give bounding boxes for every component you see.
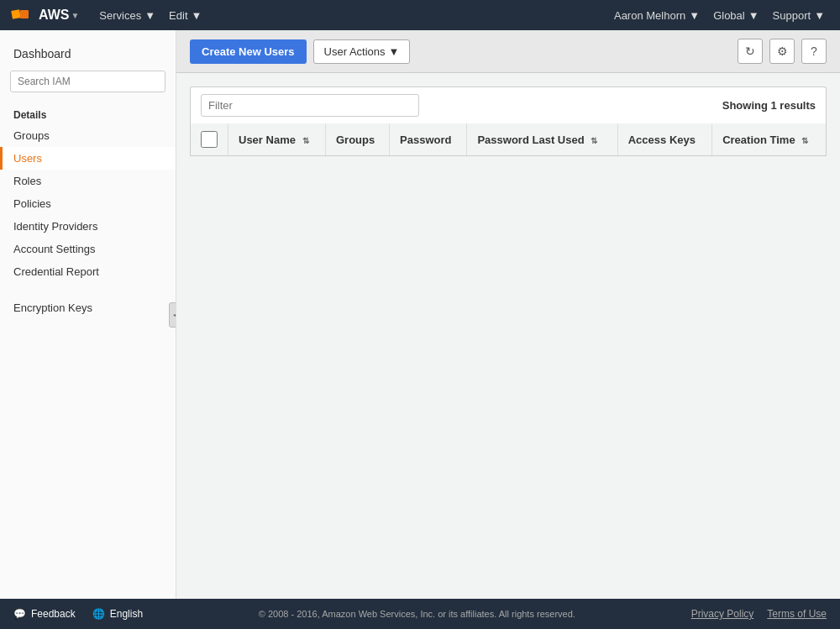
terms-of-use-link[interactable]: Terms of Use [767,608,827,620]
password-last-used-sort-icon: ⇅ [591,136,597,145]
sidebar-item-policies[interactable]: Policies [0,192,176,215]
footer-copyright: © 2008 - 2016, Amazon Web Services, Inc.… [143,609,691,619]
details-section-title: Details [0,102,176,124]
aws-dropdown-arrow[interactable]: ▼ [71,11,79,20]
select-all-header[interactable] [191,123,228,156]
language-selector[interactable]: 🌐 English [92,608,143,620]
username-sort-icon: ⇅ [302,136,309,145]
toolbar: Create New Users User Actions ▼ ↻ ⚙ ? [176,30,840,73]
edit-menu[interactable]: Edit ▼ [162,0,208,30]
col-password-last-used[interactable]: Password Last Used ⇅ [467,123,617,156]
language-icon: 🌐 [92,608,105,620]
sidebar-item-credential-report[interactable]: Credential Report [0,260,176,283]
aws-logo[interactable] [8,3,35,27]
user-menu[interactable]: Aaron Melhorn ▼ [607,0,706,30]
creation-time-sort-icon: ⇅ [801,136,808,145]
col-access-keys: Access Keys [617,123,711,156]
feedback-button[interactable]: 💬 Feedback [13,608,76,620]
feedback-icon: 💬 [13,608,26,620]
privacy-policy-link[interactable]: Privacy Policy [691,608,754,620]
search-iam-container [0,71,176,102]
sidebar-item-dashboard[interactable]: Dashboard [0,40,176,71]
settings-button[interactable]: ⚙ [769,39,795,64]
col-creation-time[interactable]: Creation Time ⇅ [712,123,827,156]
sidebar: Dashboard Details Groups Users Roles Pol… [0,30,176,599]
content-area: Create New Users User Actions ▼ ↻ ⚙ ? Sh… [176,30,840,599]
users-table: User Name ⇅ Groups Password Password Las… [190,123,827,156]
col-password: Password [390,123,467,156]
sidebar-item-users[interactable]: Users [0,147,176,170]
nav-right: Aaron Melhorn ▼ Global ▼ Support ▼ [607,0,832,30]
aws-brand-label[interactable]: AWS [39,8,69,23]
select-all-checkbox[interactable] [201,131,218,148]
sidebar-item-identity-providers[interactable]: Identity Providers [0,215,176,238]
svg-rect-2 [20,10,29,18]
showing-results: Showing 1 results [722,99,816,112]
sidebar-item-roles[interactable]: Roles [0,170,176,192]
sidebar-collapse-button[interactable]: ◀ [169,302,176,328]
filter-input[interactable] [201,94,419,117]
top-navigation: AWS ▼ Services ▼ Edit ▼ Aaron Melhorn ▼ … [0,0,840,30]
create-new-users-button[interactable]: Create New Users [190,39,307,64]
region-menu[interactable]: Global ▼ [706,0,765,30]
sidebar-item-encryption-keys[interactable]: Encryption Keys [0,296,176,319]
refresh-button[interactable]: ↻ [738,39,763,64]
footer-links: Privacy Policy Terms of Use [691,608,827,620]
sidebar-item-account-settings[interactable]: Account Settings [0,238,176,260]
table-header: User Name ⇅ Groups Password Password Las… [191,123,827,156]
support-menu[interactable]: Support ▼ [766,0,832,30]
col-username[interactable]: User Name ⇅ [228,123,326,156]
search-iam-input[interactable] [10,71,165,92]
help-button[interactable]: ? [801,39,827,64]
user-actions-button[interactable]: User Actions ▼ [313,39,411,64]
table-area: Showing 1 results User Name ⇅ Groups [176,73,840,599]
col-groups: Groups [326,123,390,156]
services-menu[interactable]: Services ▼ [92,0,162,30]
svg-rect-1 [11,9,21,19]
filter-row: Showing 1 results [190,86,827,123]
footer: 💬 Feedback 🌐 English © 2008 - 2016, Amaz… [0,599,840,629]
sidebar-item-groups[interactable]: Groups [0,124,176,147]
main-layout: Dashboard Details Groups Users Roles Pol… [0,30,840,599]
